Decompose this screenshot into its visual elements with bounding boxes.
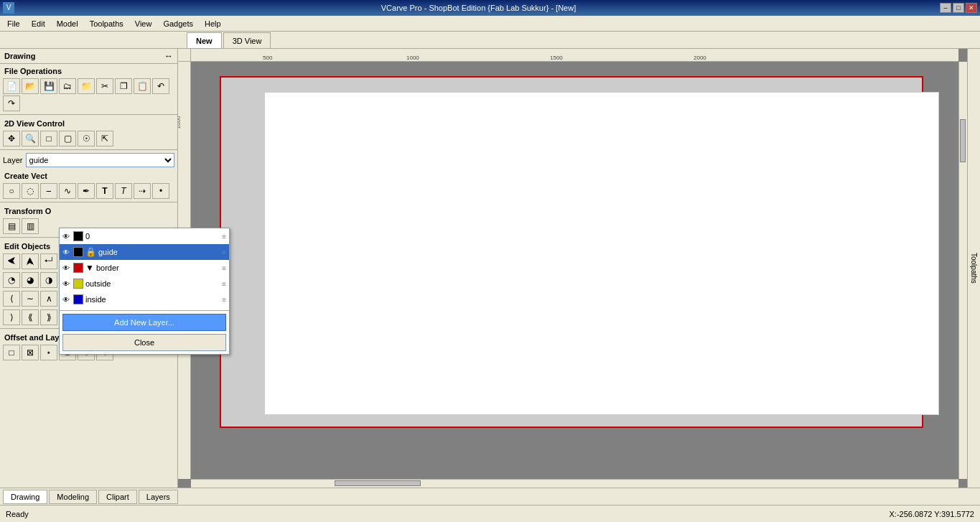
fillet-button[interactable]: ◔ <box>3 272 20 288</box>
menu-toolpaths[interactable]: Toolpaths <box>84 16 129 31</box>
menu-model[interactable]: Model <box>51 16 84 31</box>
menu-gadgets[interactable]: Gadgets <box>157 16 199 31</box>
layer-item-border[interactable]: 👁 ▼ border ≡ <box>60 260 229 276</box>
layer-select[interactable]: guide 0 border outside inside <box>26 153 174 167</box>
add-new-layer-button[interactable]: Add New Layer... <box>62 314 226 331</box>
save-as-button[interactable]: 🗂 <box>59 78 76 94</box>
layer-settings-border[interactable]: ≡ <box>222 264 226 272</box>
move-button[interactable]: ▤ <box>3 218 20 234</box>
pen-tool[interactable]: ✒ <box>78 183 95 199</box>
layer-settings-inside[interactable]: ≡ <box>222 296 226 304</box>
zoom-all-button[interactable]: ☉ <box>78 131 95 146</box>
close-node-button[interactable]: ⟪ <box>22 309 39 325</box>
panel-pin[interactable]: ↔ <box>164 51 173 61</box>
save-file-button[interactable]: 💾 <box>40 78 57 94</box>
vscroll-thumb[interactable] <box>960 119 966 162</box>
zoom-box-button[interactable]: □ <box>40 131 57 146</box>
extend-button[interactable]: ⟫ <box>40 309 57 325</box>
layer-eye-inside[interactable]: 👁 <box>62 296 71 304</box>
text-arc-tool[interactable]: T <box>115 183 132 199</box>
smooth-button[interactable]: ∼ <box>22 291 39 307</box>
undo-button[interactable]: ↶ <box>152 78 169 94</box>
paste-button[interactable]: 📋 <box>134 78 151 94</box>
offset-button[interactable]: □ <box>3 345 20 360</box>
ellipse-tool[interactable]: ◌ <box>22 183 39 199</box>
sharp-button[interactable]: ∧ <box>40 291 57 307</box>
layer-settings-0[interactable]: ≡ <box>222 233 226 241</box>
zoom-button[interactable]: 🔍 <box>22 131 39 146</box>
cut-button[interactable]: ✂ <box>96 78 113 94</box>
tab-new[interactable]: New <box>187 32 222 48</box>
layer-item-inside[interactable]: 👁 inside ≡ <box>60 292 229 307</box>
layer-item-guide[interactable]: 👁 🔒 guide ≡ <box>60 244 229 260</box>
layer-settings-outside[interactable]: ≡ <box>222 280 226 288</box>
point-tool[interactable]: • <box>152 183 169 199</box>
layer-eye-0[interactable]: 👁 <box>62 233 71 241</box>
nesting-button[interactable]: ⊠ <box>22 345 39 360</box>
trim-button[interactable]: ◑ <box>40 272 57 288</box>
status-coordinates: X:-256.0872 Y:391.5772 <box>890 510 974 518</box>
line-tool[interactable]: ‒ <box>40 183 57 199</box>
bottom-tab-layers[interactable]: Layers <box>139 490 178 504</box>
rotate-button[interactable]: ▥ <box>22 218 39 234</box>
minimize-button[interactable]: – <box>940 3 951 13</box>
menu-view[interactable]: View <box>129 16 158 31</box>
dimension-tool[interactable]: ⇢ <box>134 183 151 199</box>
layer-item-0[interactable]: 👁 0 ≡ <box>60 228 229 244</box>
pan-button[interactable]: ✥ <box>3 131 20 146</box>
ruler-mark-500: 500 <box>263 55 272 61</box>
status-ready: Ready <box>6 510 29 518</box>
open-file-button[interactable]: 📂 <box>22 78 39 94</box>
layer-eye-guide[interactable]: 👁 <box>62 248 71 256</box>
tabbar: New 3D View <box>0 32 980 49</box>
text-tool[interactable]: T <box>96 183 113 199</box>
node-edit-button[interactable]: ⟨ <box>3 291 20 307</box>
create-vectors-title: Create Vect <box>0 169 177 182</box>
circle-tool[interactable]: ○ <box>3 183 20 199</box>
layer-row: Layer guide 0 border outside inside <box>0 152 177 169</box>
close-button[interactable]: ✕ <box>966 3 977 13</box>
select-lasso-button[interactable]: ⮠ <box>40 253 57 269</box>
view-control-tools: ✥ 🔍 □ ▢ ☉ ⇱ <box>0 129 177 148</box>
panel-title: Drawing <box>4 52 35 60</box>
open-node-button[interactable]: ⟩ <box>3 309 20 325</box>
canvas-area[interactable]: 500 1000 1500 2000 1000 <box>178 49 967 488</box>
bottom-tab-drawing[interactable]: Drawing <box>3 490 47 504</box>
layer-icon-border: ▼ <box>85 263 94 273</box>
divider-2 <box>0 149 177 150</box>
array-copy-button[interactable]: ⋆ <box>40 345 57 360</box>
new-file-button[interactable]: 📄 <box>3 78 20 94</box>
vertical-scrollbar[interactable] <box>958 62 967 479</box>
layer-popup-footer: Add New Layer... Close <box>60 310 229 354</box>
restore-button[interactable]: □ <box>953 3 964 13</box>
select-multi-button[interactable]: ⮝ <box>22 253 39 269</box>
menu-help[interactable]: Help <box>199 16 227 31</box>
zoom-fit-button[interactable]: ⇱ <box>96 131 113 146</box>
hscroll-thumb[interactable] <box>335 480 421 486</box>
close-layer-popup-button[interactable]: Close <box>62 334 226 351</box>
open-recent-button[interactable]: 📁 <box>78 78 95 94</box>
tab-3dview[interactable]: 3D View <box>223 32 271 48</box>
chamfer-button[interactable]: ◕ <box>22 272 39 288</box>
bottom-tab-modeling[interactable]: Modeling <box>49 490 97 504</box>
bottom-tab-clipart[interactable]: Clipart <box>98 490 137 504</box>
bottom-tabs: Drawing Modeling Clipart Layers <box>0 488 980 505</box>
right-panel-label[interactable]: Toolpaths <box>967 49 980 488</box>
select-button[interactable]: ⮜ <box>3 253 20 269</box>
titlebar-title: VCarve Pro - ShopBot Edition {Fab Lab Su… <box>381 4 576 12</box>
layer-color-border <box>73 263 83 273</box>
menu-file[interactable]: File <box>1 16 26 31</box>
layer-label: Layer <box>3 156 23 164</box>
copy-button[interactable]: ❐ <box>115 78 132 94</box>
zoom-select-button[interactable]: ▢ <box>59 131 76 146</box>
canvas-content[interactable] <box>191 62 958 479</box>
layer-eye-outside[interactable]: 👁 <box>62 280 71 288</box>
menu-edit[interactable]: Edit <box>26 16 51 31</box>
redo-button[interactable]: ↷ <box>3 95 20 111</box>
curve-tool[interactable]: ∿ <box>59 183 76 199</box>
layer-item-outside[interactable]: 👁 outside ≡ <box>60 276 229 292</box>
layer-eye-border[interactable]: 👁 <box>62 264 71 272</box>
ruler-mark-1500: 1500 <box>550 55 563 61</box>
horizontal-scrollbar[interactable] <box>191 479 958 488</box>
layer-settings-guide[interactable]: ≡ <box>222 248 226 256</box>
